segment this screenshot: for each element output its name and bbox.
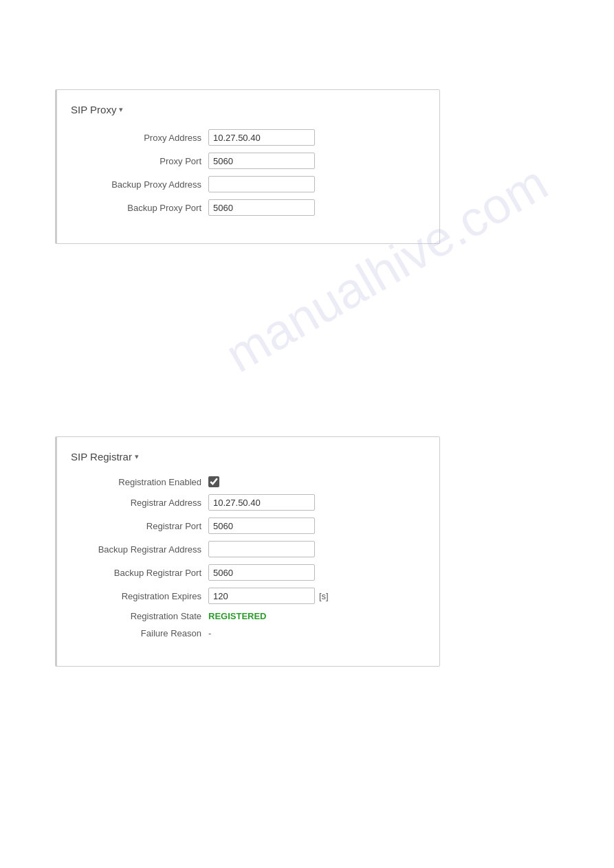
backup-proxy-address-label: Backup Proxy Address: [71, 179, 208, 190]
registrar-address-input[interactable]: [208, 494, 315, 511]
backup-proxy-port-label: Backup Proxy Port: [71, 203, 208, 213]
registrar-port-row: Registrar Port: [71, 518, 419, 534]
registration-state-row: Registration State REGISTERED: [71, 611, 419, 621]
sip-registrar-label: SIP Registrar: [71, 451, 132, 463]
backup-proxy-port-input[interactable]: [208, 199, 315, 216]
backup-registrar-address-input[interactable]: [208, 541, 315, 557]
backup-proxy-port-row: Backup Proxy Port: [71, 199, 419, 216]
sip-proxy-title[interactable]: SIP Proxy ▾: [71, 104, 419, 115]
sip-registrar-chevron: ▾: [135, 452, 139, 461]
proxy-address-row: Proxy Address: [71, 129, 419, 146]
sip-proxy-section: SIP Proxy ▾ Proxy Address Proxy Port Bac…: [55, 89, 440, 244]
registration-expires-label: Registration Expires: [71, 591, 208, 601]
registration-expires-input[interactable]: [208, 588, 315, 604]
backup-proxy-address-row: Backup Proxy Address: [71, 176, 419, 192]
registration-enabled-row: Registration Enabled: [71, 476, 419, 487]
registration-state-value: REGISTERED: [208, 611, 267, 621]
failure-reason-value: -: [208, 628, 211, 638]
backup-proxy-address-input[interactable]: [208, 176, 315, 192]
proxy-address-input[interactable]: [208, 129, 315, 146]
registrar-address-row: Registrar Address: [71, 494, 419, 511]
proxy-port-row: Proxy Port: [71, 153, 419, 169]
registrar-port-label: Registrar Port: [71, 521, 208, 531]
backup-registrar-port-input[interactable]: [208, 564, 315, 581]
sip-registrar-section: SIP Registrar ▾ Registration Enabled Reg…: [55, 436, 440, 667]
sip-proxy-label: SIP Proxy: [71, 104, 116, 115]
proxy-port-label: Proxy Port: [71, 156, 208, 166]
failure-reason-row: Failure Reason -: [71, 628, 419, 638]
registration-expires-suffix: [s]: [319, 591, 329, 601]
registration-expires-row: Registration Expires [s]: [71, 588, 419, 604]
sip-proxy-chevron: ▾: [119, 105, 123, 114]
proxy-port-input[interactable]: [208, 153, 315, 169]
backup-registrar-port-row: Backup Registrar Port: [71, 564, 419, 581]
registrar-port-input[interactable]: [208, 518, 315, 534]
registration-enabled-checkbox-container: [208, 476, 219, 487]
backup-registrar-port-label: Backup Registrar Port: [71, 568, 208, 578]
failure-reason-label: Failure Reason: [71, 628, 208, 638]
backup-registrar-address-row: Backup Registrar Address: [71, 541, 419, 557]
proxy-address-label: Proxy Address: [71, 133, 208, 143]
backup-registrar-address-label: Backup Registrar Address: [71, 544, 208, 555]
registrar-address-label: Registrar Address: [71, 498, 208, 508]
registration-enabled-label: Registration Enabled: [71, 477, 208, 487]
registration-enabled-checkbox[interactable]: [208, 476, 219, 487]
sip-registrar-title[interactable]: SIP Registrar ▾: [71, 451, 419, 463]
registration-state-label: Registration State: [71, 611, 208, 621]
